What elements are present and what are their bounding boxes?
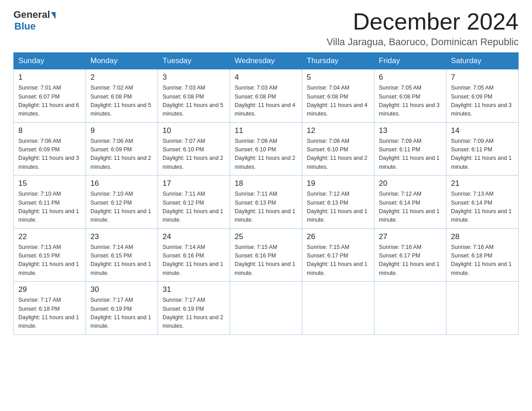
calendar-cell: 14 Sunrise: 7:09 AMSunset: 6:11 PMDaylig… [446, 122, 519, 176]
day-info: Sunrise: 7:17 AMSunset: 6:19 PMDaylight:… [163, 296, 225, 331]
day-info: Sunrise: 7:14 AMSunset: 6:15 PMDaylight:… [90, 243, 153, 278]
calendar-day-header: Friday [374, 53, 446, 69]
day-info: Sunrise: 7:02 AMSunset: 6:08 PMDaylight:… [90, 84, 153, 119]
calendar-cell: 3 Sunrise: 7:03 AMSunset: 6:08 PMDayligh… [158, 69, 230, 123]
day-info: Sunrise: 7:15 AMSunset: 6:17 PMDaylight:… [307, 243, 369, 278]
day-number: 30 [90, 285, 153, 294]
day-number: 7 [451, 73, 514, 82]
day-info: Sunrise: 7:15 AMSunset: 6:16 PMDaylight:… [235, 243, 297, 278]
day-number: 12 [307, 126, 369, 135]
day-info: Sunrise: 7:13 AMSunset: 6:14 PMDaylight:… [451, 190, 514, 225]
calendar-cell: 29 Sunrise: 7:17 AMSunset: 6:18 PMDaylig… [14, 282, 86, 335]
calendar-cell: 30 Sunrise: 7:17 AMSunset: 6:19 PMDaylig… [86, 282, 158, 335]
calendar-cell: 23 Sunrise: 7:14 AMSunset: 6:15 PMDaylig… [86, 228, 158, 282]
calendar-cell: 28 Sunrise: 7:16 AMSunset: 6:18 PMDaylig… [446, 228, 519, 282]
calendar-cell: 8 Sunrise: 7:06 AMSunset: 6:09 PMDayligh… [14, 122, 86, 176]
day-info: Sunrise: 7:17 AMSunset: 6:18 PMDaylight:… [18, 296, 81, 331]
day-number: 11 [235, 126, 297, 135]
day-number: 13 [379, 126, 442, 135]
calendar-cell: 22 Sunrise: 7:13 AMSunset: 6:15 PMDaylig… [14, 228, 86, 282]
day-number: 4 [235, 73, 297, 82]
calendar-cell [374, 282, 446, 335]
day-number: 31 [163, 285, 225, 294]
calendar-week-row: 22 Sunrise: 7:13 AMSunset: 6:15 PMDaylig… [14, 228, 519, 282]
calendar-day-header: Saturday [446, 53, 519, 69]
day-number: 9 [90, 126, 153, 135]
calendar-cell: 25 Sunrise: 7:15 AMSunset: 6:16 PMDaylig… [230, 228, 302, 282]
day-number: 10 [163, 126, 225, 135]
calendar-day-header: Monday [86, 53, 158, 69]
day-info: Sunrise: 7:16 AMSunset: 6:18 PMDaylight:… [451, 243, 514, 278]
calendar-cell: 2 Sunrise: 7:02 AMSunset: 6:08 PMDayligh… [86, 69, 158, 123]
day-info: Sunrise: 7:12 AMSunset: 6:13 PMDaylight:… [307, 190, 369, 225]
day-info: Sunrise: 7:12 AMSunset: 6:14 PMDaylight:… [379, 190, 442, 225]
day-number: 24 [163, 232, 225, 241]
calendar-week-row: 8 Sunrise: 7:06 AMSunset: 6:09 PMDayligh… [14, 122, 519, 176]
calendar-cell: 31 Sunrise: 7:17 AMSunset: 6:19 PMDaylig… [158, 282, 230, 335]
location-subtitle: Villa Jaragua, Baoruco, Dominican Republ… [326, 36, 519, 48]
day-number: 26 [307, 232, 369, 241]
day-number: 21 [451, 179, 514, 188]
calendar-cell: 11 Sunrise: 7:08 AMSunset: 6:10 PMDaylig… [230, 122, 302, 176]
day-info: Sunrise: 7:03 AMSunset: 6:08 PMDaylight:… [163, 84, 225, 119]
day-info: Sunrise: 7:16 AMSunset: 6:17 PMDaylight:… [379, 243, 442, 278]
calendar-cell [302, 282, 374, 335]
day-info: Sunrise: 7:10 AMSunset: 6:11 PMDaylight:… [18, 190, 81, 225]
logo-blue-text: Blue [14, 21, 56, 32]
day-info: Sunrise: 7:09 AMSunset: 6:11 PMDaylight:… [451, 137, 514, 172]
calendar-day-header: Wednesday [230, 53, 302, 69]
day-info: Sunrise: 7:05 AMSunset: 6:09 PMDaylight:… [451, 84, 514, 119]
page-header: General Blue December 2024 Villa Jaragua… [13, 9, 519, 48]
day-info: Sunrise: 7:11 AMSunset: 6:13 PMDaylight:… [235, 190, 297, 225]
day-number: 29 [18, 285, 81, 294]
day-info: Sunrise: 7:01 AMSunset: 6:07 PMDaylight:… [18, 84, 81, 119]
calendar-cell: 9 Sunrise: 7:06 AMSunset: 6:09 PMDayligh… [86, 122, 158, 176]
calendar-cell [446, 282, 519, 335]
logo: General Blue [13, 9, 56, 32]
calendar-week-row: 15 Sunrise: 7:10 AMSunset: 6:11 PMDaylig… [14, 176, 519, 229]
day-info: Sunrise: 7:13 AMSunset: 6:15 PMDaylight:… [18, 243, 81, 278]
calendar-cell: 26 Sunrise: 7:15 AMSunset: 6:17 PMDaylig… [302, 228, 374, 282]
calendar-day-header: Sunday [14, 53, 86, 69]
day-number: 23 [90, 232, 153, 241]
day-info: Sunrise: 7:06 AMSunset: 6:09 PMDaylight:… [90, 137, 153, 172]
calendar-cell: 20 Sunrise: 7:12 AMSunset: 6:14 PMDaylig… [374, 176, 446, 229]
day-info: Sunrise: 7:09 AMSunset: 6:11 PMDaylight:… [379, 137, 442, 172]
day-info: Sunrise: 7:17 AMSunset: 6:19 PMDaylight:… [90, 296, 153, 331]
day-number: 1 [18, 73, 81, 82]
day-info: Sunrise: 7:03 AMSunset: 6:08 PMDaylight:… [235, 84, 297, 119]
day-info: Sunrise: 7:08 AMSunset: 6:10 PMDaylight:… [307, 137, 369, 172]
day-number: 17 [163, 179, 225, 188]
calendar-cell: 27 Sunrise: 7:16 AMSunset: 6:17 PMDaylig… [374, 228, 446, 282]
day-number: 20 [379, 179, 442, 188]
calendar-cell: 13 Sunrise: 7:09 AMSunset: 6:11 PMDaylig… [374, 122, 446, 176]
calendar-cell: 21 Sunrise: 7:13 AMSunset: 6:14 PMDaylig… [446, 176, 519, 229]
calendar-cell: 12 Sunrise: 7:08 AMSunset: 6:10 PMDaylig… [302, 122, 374, 176]
day-number: 28 [451, 232, 514, 241]
calendar-cell [230, 282, 302, 335]
day-number: 5 [307, 73, 369, 82]
day-info: Sunrise: 7:04 AMSunset: 6:08 PMDaylight:… [307, 84, 369, 119]
day-number: 3 [163, 73, 225, 82]
day-info: Sunrise: 7:05 AMSunset: 6:08 PMDaylight:… [379, 84, 442, 119]
day-number: 15 [18, 179, 81, 188]
day-number: 25 [235, 232, 297, 241]
day-number: 2 [90, 73, 153, 82]
month-title: December 2024 [326, 9, 519, 34]
day-info: Sunrise: 7:10 AMSunset: 6:12 PMDaylight:… [90, 190, 153, 225]
title-section: December 2024 Villa Jaragua, Baoruco, Do… [326, 9, 519, 48]
calendar-cell: 7 Sunrise: 7:05 AMSunset: 6:09 PMDayligh… [446, 69, 519, 123]
calendar-cell: 6 Sunrise: 7:05 AMSunset: 6:08 PMDayligh… [374, 69, 446, 123]
calendar-header-row: SundayMondayTuesdayWednesdayThursdayFrid… [14, 53, 519, 69]
day-info: Sunrise: 7:06 AMSunset: 6:09 PMDaylight:… [18, 137, 81, 172]
calendar-cell: 1 Sunrise: 7:01 AMSunset: 6:07 PMDayligh… [14, 69, 86, 123]
day-number: 8 [18, 126, 81, 135]
calendar-cell: 15 Sunrise: 7:10 AMSunset: 6:11 PMDaylig… [14, 176, 86, 229]
calendar-cell: 17 Sunrise: 7:11 AMSunset: 6:12 PMDaylig… [158, 176, 230, 229]
day-info: Sunrise: 7:14 AMSunset: 6:16 PMDaylight:… [163, 243, 225, 278]
day-info: Sunrise: 7:08 AMSunset: 6:10 PMDaylight:… [235, 137, 297, 172]
day-info: Sunrise: 7:07 AMSunset: 6:10 PMDaylight:… [163, 137, 225, 172]
day-number: 22 [18, 232, 81, 241]
day-number: 6 [379, 73, 442, 82]
calendar-cell: 18 Sunrise: 7:11 AMSunset: 6:13 PMDaylig… [230, 176, 302, 229]
